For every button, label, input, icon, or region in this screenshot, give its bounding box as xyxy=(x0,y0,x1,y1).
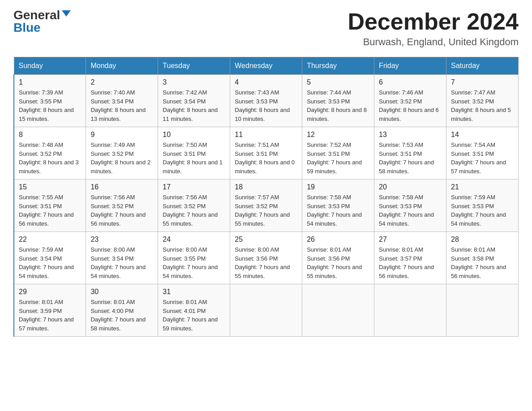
column-header-friday: Friday xyxy=(374,57,446,75)
calendar-cell xyxy=(446,284,519,337)
day-info: Sunrise: 8:01 AMSunset: 3:56 PMDaylight:… xyxy=(307,245,369,280)
day-number: 11 xyxy=(235,131,297,139)
logo: General Blue xyxy=(13,9,71,34)
day-info: Sunrise: 7:58 AMSunset: 3:53 PMDaylight:… xyxy=(307,193,369,228)
calendar-table: SundayMondayTuesdayWednesdayThursdayFrid… xyxy=(13,57,519,337)
calendar-cell: 13Sunrise: 7:53 AMSunset: 3:51 PMDayligh… xyxy=(374,127,446,180)
calendar-cell: 16Sunrise: 7:56 AMSunset: 3:52 PMDayligh… xyxy=(86,180,158,232)
calendar-cell: 15Sunrise: 7:55 AMSunset: 3:51 PMDayligh… xyxy=(14,180,86,232)
day-number: 12 xyxy=(307,131,369,139)
day-info: Sunrise: 8:01 AMSunset: 3:58 PMDaylight:… xyxy=(451,245,514,280)
calendar-cell: 4Sunrise: 7:43 AMSunset: 3:53 PMDaylight… xyxy=(230,75,302,127)
calendar-cell: 12Sunrise: 7:52 AMSunset: 3:51 PMDayligh… xyxy=(302,127,374,180)
location-title: Burwash, England, United Kingdom xyxy=(348,36,519,48)
day-number: 14 xyxy=(451,131,514,139)
calendar-cell: 9Sunrise: 7:49 AMSunset: 3:52 PMDaylight… xyxy=(86,127,158,180)
calendar-cell: 5Sunrise: 7:44 AMSunset: 3:53 PMDaylight… xyxy=(302,75,374,127)
calendar-header-row: SundayMondayTuesdayWednesdayThursdayFrid… xyxy=(14,57,519,75)
day-number: 17 xyxy=(163,183,225,191)
day-info: Sunrise: 7:48 AMSunset: 3:52 PMDaylight:… xyxy=(19,141,81,176)
day-number: 22 xyxy=(19,235,81,244)
day-number: 27 xyxy=(379,235,442,244)
day-number: 18 xyxy=(235,183,297,191)
calendar-cell: 18Sunrise: 7:57 AMSunset: 3:52 PMDayligh… xyxy=(230,180,302,232)
day-number: 19 xyxy=(307,183,369,191)
calendar-cell: 1Sunrise: 7:39 AMSunset: 3:55 PMDaylight… xyxy=(14,75,86,127)
day-number: 6 xyxy=(379,78,442,86)
calendar-week-row: 15Sunrise: 7:55 AMSunset: 3:51 PMDayligh… xyxy=(14,180,519,232)
calendar-cell: 31Sunrise: 8:01 AMSunset: 4:01 PMDayligh… xyxy=(158,284,230,337)
column-header-sunday: Sunday xyxy=(14,57,86,75)
calendar-cell: 3Sunrise: 7:42 AMSunset: 3:54 PMDaylight… xyxy=(158,75,230,127)
day-info: Sunrise: 7:50 AMSunset: 3:51 PMDaylight:… xyxy=(163,141,225,176)
day-info: Sunrise: 7:59 AMSunset: 3:53 PMDaylight:… xyxy=(451,193,514,228)
column-header-wednesday: Wednesday xyxy=(230,57,302,75)
calendar-cell: 26Sunrise: 8:01 AMSunset: 3:56 PMDayligh… xyxy=(302,232,374,284)
day-number: 26 xyxy=(307,235,369,244)
day-info: Sunrise: 8:00 AMSunset: 3:54 PMDaylight:… xyxy=(90,245,153,280)
day-number: 2 xyxy=(90,78,153,86)
title-area: December 2024 Burwash, England, United K… xyxy=(348,9,519,48)
calendar-cell: 30Sunrise: 8:01 AMSunset: 4:00 PMDayligh… xyxy=(86,284,158,337)
calendar-cell: 10Sunrise: 7:50 AMSunset: 3:51 PMDayligh… xyxy=(158,127,230,180)
day-number: 25 xyxy=(235,235,297,244)
day-info: Sunrise: 8:01 AMSunset: 3:59 PMDaylight:… xyxy=(19,298,81,333)
column-header-tuesday: Tuesday xyxy=(158,57,230,75)
month-title: December 2024 xyxy=(348,9,519,34)
day-info: Sunrise: 7:40 AMSunset: 3:54 PMDaylight:… xyxy=(90,88,153,123)
day-number: 28 xyxy=(451,235,514,244)
day-info: Sunrise: 7:51 AMSunset: 3:51 PMDaylight:… xyxy=(235,141,297,176)
calendar-cell: 28Sunrise: 8:01 AMSunset: 3:58 PMDayligh… xyxy=(446,232,519,284)
day-number: 13 xyxy=(379,131,442,139)
calendar-cell: 20Sunrise: 7:58 AMSunset: 3:53 PMDayligh… xyxy=(374,180,446,232)
day-info: Sunrise: 7:52 AMSunset: 3:51 PMDaylight:… xyxy=(307,141,369,176)
day-number: 3 xyxy=(163,78,225,86)
calendar-cell xyxy=(302,284,374,337)
calendar-cell: 27Sunrise: 8:01 AMSunset: 3:57 PMDayligh… xyxy=(374,232,446,284)
day-number: 7 xyxy=(451,78,514,86)
day-info: Sunrise: 8:00 AMSunset: 3:55 PMDaylight:… xyxy=(163,245,225,280)
day-info: Sunrise: 7:53 AMSunset: 3:51 PMDaylight:… xyxy=(379,141,442,176)
calendar-cell: 22Sunrise: 7:59 AMSunset: 3:54 PMDayligh… xyxy=(14,232,86,284)
day-info: Sunrise: 7:47 AMSunset: 3:52 PMDaylight:… xyxy=(451,88,514,123)
logo-triangle-icon xyxy=(62,10,71,17)
day-info: Sunrise: 7:55 AMSunset: 3:51 PMDaylight:… xyxy=(19,193,81,228)
column-header-monday: Monday xyxy=(86,57,158,75)
day-info: Sunrise: 8:01 AMSunset: 4:01 PMDaylight:… xyxy=(163,298,225,333)
calendar-cell: 29Sunrise: 8:01 AMSunset: 3:59 PMDayligh… xyxy=(14,284,86,337)
calendar-cell xyxy=(374,284,446,337)
day-info: Sunrise: 7:46 AMSunset: 3:52 PMDaylight:… xyxy=(379,88,442,123)
column-header-saturday: Saturday xyxy=(446,57,519,75)
day-number: 9 xyxy=(90,131,153,139)
logo-general-text: General xyxy=(13,9,60,21)
day-number: 4 xyxy=(235,78,297,86)
day-number: 1 xyxy=(19,78,81,86)
column-header-thursday: Thursday xyxy=(302,57,374,75)
calendar-week-row: 22Sunrise: 7:59 AMSunset: 3:54 PMDayligh… xyxy=(14,232,519,284)
day-info: Sunrise: 7:58 AMSunset: 3:53 PMDaylight:… xyxy=(379,193,442,228)
calendar-cell: 14Sunrise: 7:54 AMSunset: 3:51 PMDayligh… xyxy=(446,127,519,180)
day-number: 24 xyxy=(163,235,225,244)
day-number: 20 xyxy=(379,183,442,191)
day-info: Sunrise: 7:42 AMSunset: 3:54 PMDaylight:… xyxy=(163,88,225,123)
logo-blue-text: Blue xyxy=(13,21,41,34)
day-info: Sunrise: 8:01 AMSunset: 3:57 PMDaylight:… xyxy=(379,245,442,280)
day-info: Sunrise: 7:57 AMSunset: 3:52 PMDaylight:… xyxy=(235,193,297,228)
calendar-cell: 25Sunrise: 8:00 AMSunset: 3:56 PMDayligh… xyxy=(230,232,302,284)
day-info: Sunrise: 7:49 AMSunset: 3:52 PMDaylight:… xyxy=(90,141,153,176)
calendar-cell: 21Sunrise: 7:59 AMSunset: 3:53 PMDayligh… xyxy=(446,180,519,232)
day-number: 15 xyxy=(19,183,81,191)
day-number: 5 xyxy=(307,78,369,86)
calendar-cell: 17Sunrise: 7:56 AMSunset: 3:52 PMDayligh… xyxy=(158,180,230,232)
calendar-cell: 8Sunrise: 7:48 AMSunset: 3:52 PMDaylight… xyxy=(14,127,86,180)
day-info: Sunrise: 7:44 AMSunset: 3:53 PMDaylight:… xyxy=(307,88,369,123)
calendar-cell xyxy=(230,284,302,337)
day-info: Sunrise: 7:56 AMSunset: 3:52 PMDaylight:… xyxy=(90,193,153,228)
day-number: 23 xyxy=(90,235,153,244)
calendar-cell: 6Sunrise: 7:46 AMSunset: 3:52 PMDaylight… xyxy=(374,75,446,127)
calendar-cell: 7Sunrise: 7:47 AMSunset: 3:52 PMDaylight… xyxy=(446,75,519,127)
day-info: Sunrise: 7:39 AMSunset: 3:55 PMDaylight:… xyxy=(19,88,81,123)
day-number: 16 xyxy=(90,183,153,191)
calendar-cell: 2Sunrise: 7:40 AMSunset: 3:54 PMDaylight… xyxy=(86,75,158,127)
day-info: Sunrise: 7:56 AMSunset: 3:52 PMDaylight:… xyxy=(163,193,225,228)
